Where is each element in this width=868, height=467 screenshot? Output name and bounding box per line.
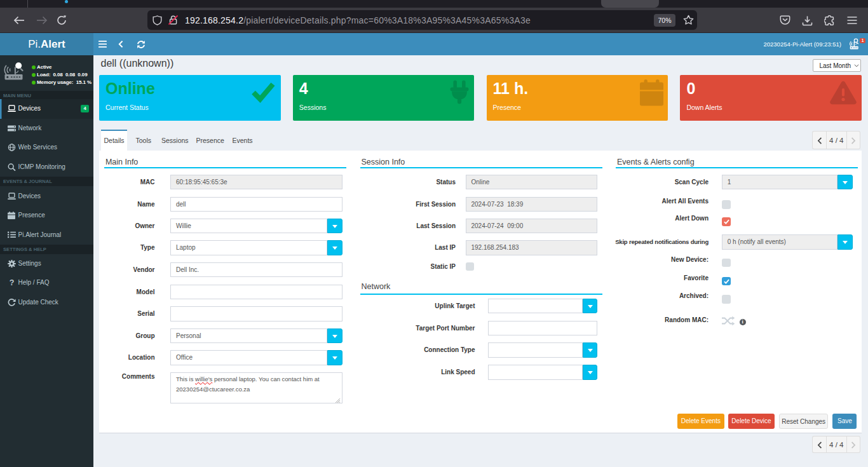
svg-text:?: ? — [10, 279, 15, 287]
